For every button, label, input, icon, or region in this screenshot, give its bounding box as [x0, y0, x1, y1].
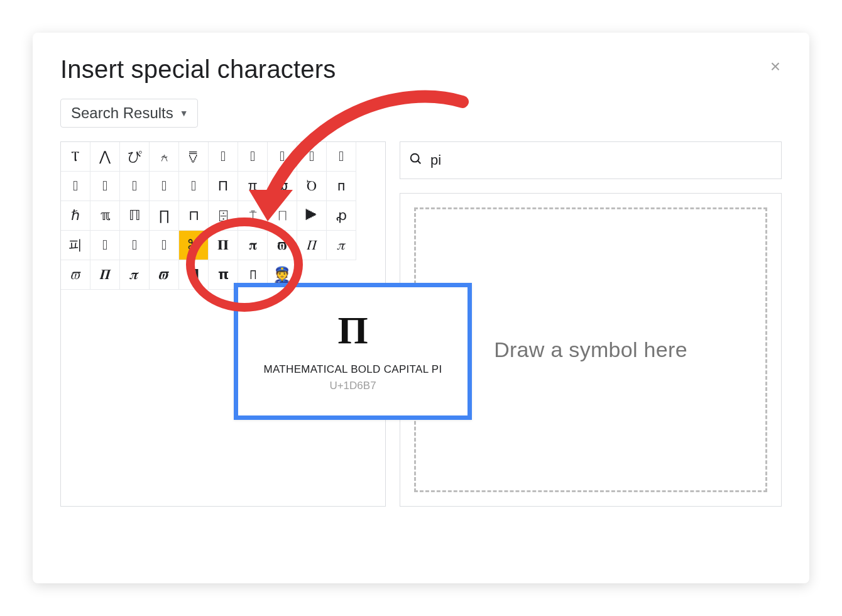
- svg-point-0: [411, 154, 419, 162]
- category-dropdown[interactable]: Search Results ▼: [60, 99, 198, 128]
- character-cell[interactable]: ꝓ: [327, 201, 356, 231]
- character-cell[interactable]: 𝛡: [268, 231, 297, 260]
- dropdown-label: Search Results: [71, 104, 173, 122]
- character-cell[interactable]: 𒁾: [268, 142, 297, 172]
- character-cell[interactable]: ᴨ: [327, 172, 356, 201]
- character-cell[interactable]: 𒀀: [90, 231, 120, 260]
- character-cell[interactable]: ⨅: [268, 201, 297, 231]
- character-cell[interactable]: 𒆸: [150, 172, 179, 201]
- character-cell[interactable]: 피: [61, 231, 90, 260]
- tooltip-glyph: Π: [337, 311, 368, 349]
- character-cell[interactable]: 𝝅: [120, 260, 150, 290]
- character-cell[interactable]: ℿ: [120, 201, 150, 231]
- search-icon: [409, 152, 423, 168]
- tooltip-name: MATHEMATICAL BOLD CAPITAL PI: [264, 363, 442, 376]
- character-cell[interactable]: 𒄵: [61, 172, 90, 201]
- character-cell[interactable]: 𒉿: [150, 231, 179, 260]
- character-cell[interactable]: 𒀟: [209, 142, 238, 172]
- character-cell[interactable]: 𒈦: [120, 231, 150, 260]
- character-cell[interactable]: 𝜫: [90, 260, 120, 290]
- character-cell[interactable]: Π: [209, 172, 238, 201]
- character-cell[interactable]: Ꝺ: [297, 172, 327, 201]
- character-cell[interactable]: ϖ: [268, 172, 297, 201]
- close-button[interactable]: ×: [770, 58, 780, 75]
- character-cell[interactable]: ⊓: [179, 201, 209, 231]
- character-cell[interactable]: ぴ: [120, 142, 150, 172]
- character-cell[interactable]: 𒂗: [297, 142, 327, 172]
- character-cell[interactable]: Ⲧ: [61, 142, 90, 172]
- character-cell[interactable]: 𝝕: [150, 260, 179, 290]
- tooltip-codepoint: U+1D6B7: [329, 380, 376, 392]
- character-cell[interactable]: π: [238, 172, 268, 201]
- character-cell[interactable]: 𝛑: [238, 231, 268, 260]
- character-cell[interactable]: ⩢: [179, 142, 209, 172]
- character-cell[interactable]: ℼ: [90, 201, 120, 231]
- character-cell[interactable]: 𝛱: [297, 231, 327, 260]
- character-cell[interactable]: 𒉽: [179, 172, 209, 201]
- search-box[interactable]: [400, 141, 782, 179]
- character-cell[interactable]: 𝜋: [327, 231, 356, 260]
- chevron-down-icon: ▼: [180, 108, 189, 118]
- character-cell[interactable]: 𝝥: [179, 260, 209, 290]
- character-cell[interactable]: ∏: [150, 201, 179, 231]
- draw-placeholder: Draw a symbol here: [494, 338, 687, 362]
- character-cell[interactable]: ⍑: [238, 201, 268, 231]
- character-cell[interactable]: ⍲: [150, 142, 179, 172]
- character-cell[interactable]: 𒅘: [120, 172, 150, 201]
- character-grid: Ⲧ⋀ぴ⍲⩢𒀟𒀣𒁾𒂗𒄘𒄵𒅎𒅘𒆸𒉽ΠπϖꝹᴨℏℼℿ∏⊓⌹⍑⨅⯈ꝓ피𒀀𒈦𒉿⌘𝚷𝛑𝛡𝛱𝜋…: [61, 142, 385, 290]
- character-cell[interactable]: ⌘: [179, 231, 209, 260]
- character-cell[interactable]: ⌹: [209, 201, 238, 231]
- character-tooltip: Π MATHEMATICAL BOLD CAPITAL PI U+1D6B7: [234, 283, 472, 420]
- character-cell[interactable]: ℏ: [61, 201, 90, 231]
- character-cell[interactable]: 𝚷: [209, 231, 238, 260]
- character-cell[interactable]: ⯈: [297, 201, 327, 231]
- character-cell[interactable]: 𒄘: [327, 142, 356, 172]
- search-input[interactable]: [429, 151, 772, 169]
- character-cell[interactable]: 𒀣: [238, 142, 268, 172]
- svg-line-1: [418, 161, 421, 164]
- character-cell[interactable]: 𒅎: [90, 172, 120, 201]
- dialog-title: Insert special characters: [60, 55, 782, 84]
- character-cell[interactable]: ⋀: [90, 142, 120, 172]
- character-cell[interactable]: 𝜛: [61, 260, 90, 290]
